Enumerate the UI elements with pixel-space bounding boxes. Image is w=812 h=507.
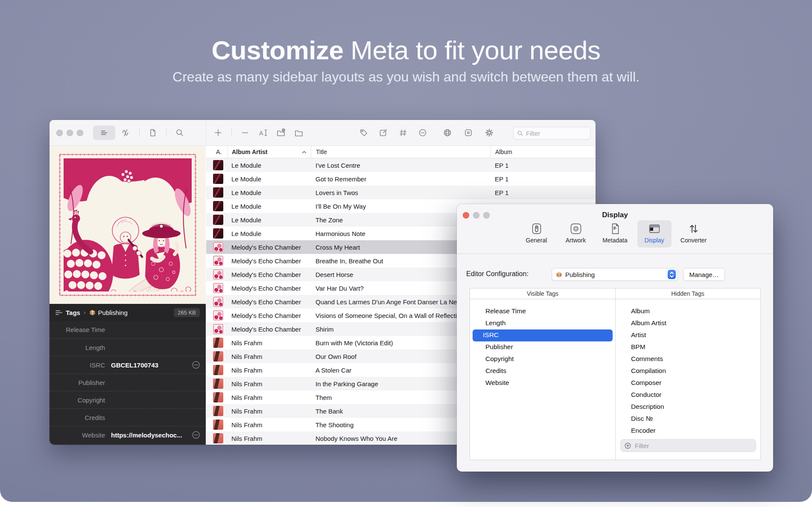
track-artist: Melody's Echo Chamber bbox=[228, 244, 311, 251]
visible-tag-item[interactable]: Release Time bbox=[473, 306, 613, 318]
library-filter-input[interactable] bbox=[526, 130, 581, 137]
album-art-cell bbox=[206, 351, 228, 361]
tag-field-row[interactable]: Length bbox=[50, 338, 206, 356]
minus-circle-icon[interactable] bbox=[415, 126, 430, 139]
album-art-cell bbox=[206, 160, 228, 170]
folder-icon[interactable] bbox=[292, 126, 306, 139]
album-art-thumbnail bbox=[213, 310, 223, 321]
album-art-cell bbox=[206, 420, 228, 430]
remove-icon[interactable] bbox=[238, 126, 252, 139]
page-subtitle: Create as many sidebar layouts as you wi… bbox=[0, 69, 812, 85]
globe-icon[interactable] bbox=[440, 126, 455, 139]
hidden-tag-item[interactable]: Album Artist bbox=[618, 318, 758, 329]
track-artist: Nils Frahm bbox=[228, 435, 311, 442]
track-row[interactable]: Le ModuleGot to RememberEP 1 bbox=[206, 172, 596, 186]
page: Customize Meta to fit your needs Create … bbox=[0, 0, 812, 507]
column-header-artwork[interactable]: A. bbox=[206, 146, 228, 158]
visible-tag-item[interactable]: Copyright bbox=[473, 353, 613, 365]
tag-field-row[interactable]: Release Time bbox=[50, 321, 206, 338]
tab-label: Converter bbox=[681, 237, 707, 244]
column-header-title[interactable]: Title bbox=[311, 146, 491, 158]
visible-tag-item[interactable]: Website bbox=[473, 377, 613, 389]
album-art-cell bbox=[206, 242, 228, 252]
album-art-thumbnail bbox=[213, 269, 223, 280]
visible-tag-item[interactable]: Credits bbox=[473, 365, 613, 377]
library-filter-field[interactable] bbox=[513, 127, 590, 140]
tag-field-row[interactable]: Websitehttps://melodysechoc... bbox=[50, 426, 206, 443]
hidden-tag-item[interactable]: Comments bbox=[618, 353, 758, 365]
tag-field-row[interactable]: ISRCGBCEL1700743 bbox=[50, 356, 206, 373]
tag-field-row[interactable]: Credits bbox=[50, 408, 206, 426]
track-artist: Melody's Echo Chamber bbox=[228, 298, 311, 306]
tab-metadata[interactable]: Metadata bbox=[598, 220, 632, 248]
column-header-album[interactable]: Album bbox=[491, 146, 596, 158]
compose-icon[interactable] bbox=[376, 126, 391, 139]
album-art-cell bbox=[206, 228, 228, 239]
hidden-tag-item[interactable]: Compilation bbox=[618, 365, 758, 377]
album-art-thumbnail bbox=[213, 242, 223, 252]
minimize-button[interactable] bbox=[67, 130, 73, 136]
hidden-tag-item[interactable]: BPM bbox=[618, 341, 758, 353]
sidebar-pane: Tags › Publishing 265 KB Release TimeLen… bbox=[50, 146, 206, 445]
tag-field-label: ISRC bbox=[50, 361, 105, 369]
hidden-tag-item[interactable]: Artist bbox=[618, 329, 758, 341]
album-art-thumbnail bbox=[213, 379, 223, 389]
track-row[interactable]: Le ModuleLovers in TwosEP 1 bbox=[206, 186, 596, 199]
track-artist: Le Module bbox=[228, 203, 311, 210]
tab-converter[interactable]: Converter bbox=[677, 220, 711, 248]
tags-filter-input[interactable] bbox=[635, 442, 742, 449]
list-view-icon[interactable] bbox=[93, 125, 115, 140]
track-row[interactable]: Le ModuleI've Lost CentreEP 1 bbox=[206, 158, 596, 172]
settings-gear-icon[interactable] bbox=[482, 126, 497, 139]
album-art-cell bbox=[206, 406, 228, 416]
document-icon[interactable] bbox=[146, 126, 160, 139]
close-button[interactable] bbox=[56, 130, 63, 136]
hidden-tag-item[interactable]: Composer bbox=[618, 377, 758, 389]
folder-add-icon[interactable] bbox=[274, 126, 288, 139]
artwork-view-icon[interactable] bbox=[461, 126, 476, 139]
waveform-icon[interactable] bbox=[119, 126, 133, 139]
album-art-cell bbox=[206, 310, 228, 321]
hidden-tag-item[interactable]: Encoder bbox=[618, 425, 758, 437]
hash-icon[interactable] bbox=[396, 126, 410, 139]
tab-artwork[interactable]: Artwork bbox=[559, 220, 593, 248]
hidden-tags-header: Hidden Tags bbox=[615, 288, 760, 299]
album-art-cell bbox=[206, 433, 228, 443]
breadcrumb-root[interactable]: Tags bbox=[66, 309, 80, 316]
package-icon bbox=[89, 309, 96, 316]
filter-icon bbox=[624, 442, 631, 449]
tag-icon[interactable] bbox=[356, 126, 371, 139]
tag-field-row[interactable]: Publisher bbox=[50, 373, 206, 391]
remove-field-icon[interactable] bbox=[191, 360, 201, 370]
page-title: Customize Meta to fit your needs bbox=[0, 35, 812, 65]
zoom-button[interactable] bbox=[77, 130, 83, 136]
tags-breadcrumb[interactable]: Tags › Publishing 265 KB bbox=[50, 304, 206, 321]
hidden-tag-item[interactable]: Description bbox=[618, 401, 758, 413]
add-icon[interactable] bbox=[211, 126, 225, 139]
tag-field-row[interactable]: Copyright bbox=[50, 391, 206, 408]
track-artist: Nils Frahm bbox=[228, 394, 311, 401]
hidden-tag-item[interactable]: Disc № bbox=[618, 413, 758, 425]
tab-general[interactable]: General bbox=[520, 220, 554, 248]
search-icon[interactable] bbox=[172, 126, 187, 139]
track-artist: Melody's Echo Chamber bbox=[228, 285, 311, 292]
visible-tag-item[interactable]: ISRC bbox=[473, 329, 613, 341]
breadcrumb-config[interactable]: Publishing bbox=[98, 309, 128, 316]
track-artist: Melody's Echo Chamber bbox=[228, 257, 311, 265]
track-list-header: A. Album Artist Title Album bbox=[206, 146, 596, 158]
configuration-dropdown[interactable]: Publishing bbox=[552, 268, 678, 281]
remove-field-icon[interactable] bbox=[191, 430, 201, 440]
tags-filter-field[interactable] bbox=[620, 439, 756, 452]
hidden-tag-item[interactable]: Conductor bbox=[618, 389, 758, 401]
track-title: Got to Remember bbox=[311, 175, 491, 183]
text-cursor-icon[interactable]: A bbox=[256, 126, 270, 139]
album-art-thumbnail bbox=[213, 420, 223, 430]
manage-button[interactable]: Manage… bbox=[683, 268, 725, 281]
visible-tag-item[interactable]: Length bbox=[473, 318, 613, 329]
column-header-album-artist[interactable]: Album Artist bbox=[228, 146, 311, 158]
hidden-tag-item[interactable]: Album bbox=[618, 306, 758, 318]
stepper-arrows-icon[interactable] bbox=[668, 270, 676, 279]
tab-display[interactable]: Display bbox=[637, 220, 672, 248]
toggle-icon bbox=[530, 222, 543, 235]
visible-tag-item[interactable]: Publisher bbox=[473, 341, 613, 353]
